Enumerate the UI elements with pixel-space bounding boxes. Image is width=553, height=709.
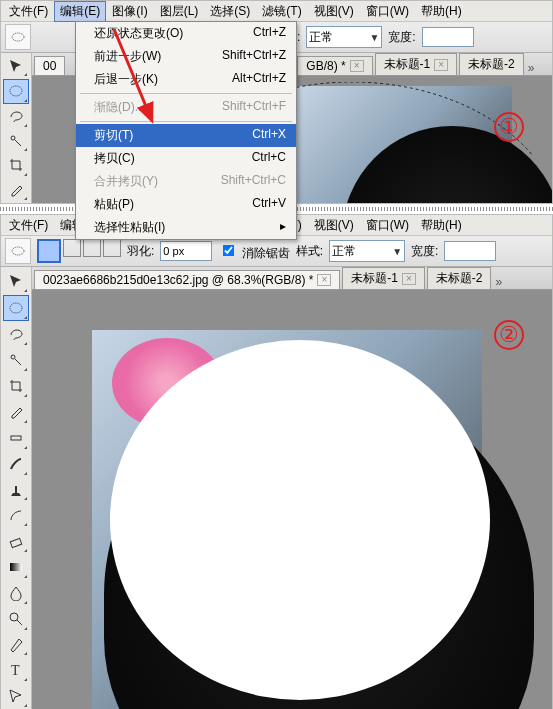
canvas[interactable]: ② (32, 290, 552, 709)
selection-mode-subtract[interactable] (83, 239, 101, 257)
tool-elliptical-marquee[interactable] (3, 295, 29, 321)
tool-path[interactable] (4, 684, 28, 708)
tool-preset-icon[interactable] (5, 238, 31, 264)
tab-document-1-right[interactable]: GB/8) * × (297, 56, 372, 75)
tool-eraser[interactable] (4, 529, 28, 553)
tool-magic-wand[interactable] (4, 130, 28, 152)
menu-help[interactable]: 帮助(H) (415, 1, 468, 22)
menu-copy-merged: 合并拷贝(Y) Shift+Ctrl+C (76, 170, 296, 193)
menu-undo-shortcut: Ctrl+Z (253, 25, 286, 42)
menu-layer[interactable]: 图层(L) (154, 1, 205, 22)
close-icon[interactable]: × (317, 274, 331, 286)
tool-dodge[interactable] (4, 607, 28, 631)
tool-stamp[interactable] (4, 478, 28, 502)
menu-undo[interactable]: 还原状态更改(O) Ctrl+Z (76, 22, 296, 45)
tab-document-1[interactable]: 0023ae6686b215d0e13c62.jpg @ 68.3%(RGB/8… (34, 270, 340, 289)
selection-mode-add[interactable] (63, 239, 81, 257)
tool-healing[interactable] (4, 426, 28, 450)
options-bar: 羽化: 消除锯齿 样式: 正常▼ 宽度: (1, 236, 552, 267)
menu-step-back[interactable]: 后退一步(K) Alt+Ctrl+Z (76, 68, 296, 91)
menu-window[interactable]: 窗口(W) (360, 1, 415, 22)
svg-text:T: T (11, 663, 20, 678)
menubar: 文件(F) 编辑(E) 图像(I) 图层(L) 选择(S) 滤镜(T) 视图(V… (1, 1, 552, 22)
tool-move[interactable] (4, 55, 28, 77)
cutout-ellipse (110, 340, 490, 700)
menu-fade: 渐隐(D)... Shift+Ctrl+F (76, 96, 296, 119)
tab-overflow-icon[interactable]: » (491, 275, 517, 289)
menu-copy[interactable]: 拷贝(C) Ctrl+C (76, 147, 296, 170)
tool-move[interactable] (4, 269, 28, 293)
selection-mode-new[interactable] (37, 239, 61, 263)
style-label: 样式: (296, 243, 323, 260)
svg-point-2 (10, 86, 22, 96)
close-icon[interactable]: × (350, 60, 364, 72)
menu-undo-label: 还原状态更改(O) (94, 25, 183, 42)
tool-lasso[interactable] (4, 323, 28, 347)
tool-preset-icon[interactable] (5, 24, 31, 50)
svg-point-8 (11, 355, 15, 359)
tab-document-2[interactable]: 未标题-1 × (375, 53, 458, 75)
style-combo[interactable]: 正常▼ (329, 240, 405, 262)
width-input (444, 241, 496, 261)
tool-lasso[interactable] (4, 106, 28, 128)
menu-view[interactable]: 视图(V) (308, 215, 360, 236)
tool-eyedropper[interactable] (4, 179, 28, 201)
annotation-badge-1: ① (494, 112, 524, 142)
feather-label: 羽化: (127, 243, 154, 260)
tool-brush[interactable] (4, 452, 28, 476)
tool-gradient[interactable] (4, 555, 28, 579)
tool-pen[interactable] (4, 633, 28, 657)
svg-rect-10 (11, 436, 21, 440)
chevron-down-icon: ▼ (392, 246, 402, 257)
tab-overflow-icon[interactable]: » (524, 61, 550, 75)
menu-file[interactable]: 文件(F) (3, 1, 54, 22)
tab-document-1[interactable]: 00 (34, 56, 65, 75)
menu-paste-special[interactable]: 选择性粘贴(I) ▸ (76, 216, 296, 239)
menu-image[interactable]: 图像(I) (106, 1, 153, 22)
menu-edit[interactable]: 编辑(E) (54, 1, 106, 22)
menu-help[interactable]: 帮助(H) (415, 215, 468, 236)
tool-history-brush[interactable] (4, 503, 28, 527)
feather-input[interactable] (160, 241, 212, 261)
menu-window[interactable]: 窗口(W) (360, 215, 415, 236)
toolbox: T (1, 267, 32, 709)
submenu-arrow-icon: ▸ (280, 219, 286, 236)
tool-type[interactable]: T (4, 658, 28, 682)
width-label: 宽度: (411, 243, 438, 260)
menu-view[interactable]: 视图(V) (308, 1, 360, 22)
svg-line-4 (15, 140, 21, 146)
tool-crop[interactable] (4, 374, 28, 398)
selection-mode-buttons (37, 239, 121, 263)
antialias-option[interactable]: 消除锯齿 (218, 241, 289, 262)
close-icon[interactable]: × (434, 59, 448, 71)
close-icon[interactable]: × (402, 273, 416, 285)
svg-point-5 (292, 82, 532, 203)
svg-point-7 (10, 303, 22, 313)
svg-point-3 (11, 136, 15, 140)
tool-elliptical-marquee[interactable] (3, 79, 29, 103)
svg-line-14 (17, 620, 22, 625)
document-tabs: 0023ae6686b215d0e13c62.jpg @ 68.3%(RGB/8… (32, 267, 552, 290)
menu-file[interactable]: 文件(F) (3, 215, 54, 236)
svg-point-6 (12, 247, 24, 255)
tool-eyedropper[interactable] (4, 400, 28, 424)
svg-rect-12 (10, 563, 22, 571)
menu-select[interactable]: 选择(S) (204, 1, 256, 22)
antialias-checkbox[interactable] (223, 244, 235, 256)
tab-document-3[interactable]: 未标题-2 (427, 267, 492, 289)
style-combo[interactable]: 正常▼ (306, 26, 382, 48)
svg-point-13 (10, 613, 18, 621)
selection-mode-intersect[interactable] (103, 239, 121, 257)
menu-filter[interactable]: 滤镜(T) (256, 1, 307, 22)
tool-magic-wand[interactable] (4, 348, 28, 372)
edit-dropdown: 还原状态更改(O) Ctrl+Z 前进一步(W) Shift+Ctrl+Z 后退… (75, 21, 297, 240)
menu-cut[interactable]: 剪切(T) Ctrl+X (76, 124, 296, 147)
chevron-down-icon: ▼ (369, 32, 379, 43)
menu-paste[interactable]: 粘贴(P) Ctrl+V (76, 193, 296, 216)
tool-blur[interactable] (4, 581, 28, 605)
menu-step-forward[interactable]: 前进一步(W) Shift+Ctrl+Z (76, 45, 296, 68)
tool-crop[interactable] (4, 154, 28, 176)
svg-line-9 (15, 359, 21, 365)
tab-document-3[interactable]: 未标题-2 (459, 53, 524, 75)
tab-document-2[interactable]: 未标题-1 × (342, 267, 425, 289)
